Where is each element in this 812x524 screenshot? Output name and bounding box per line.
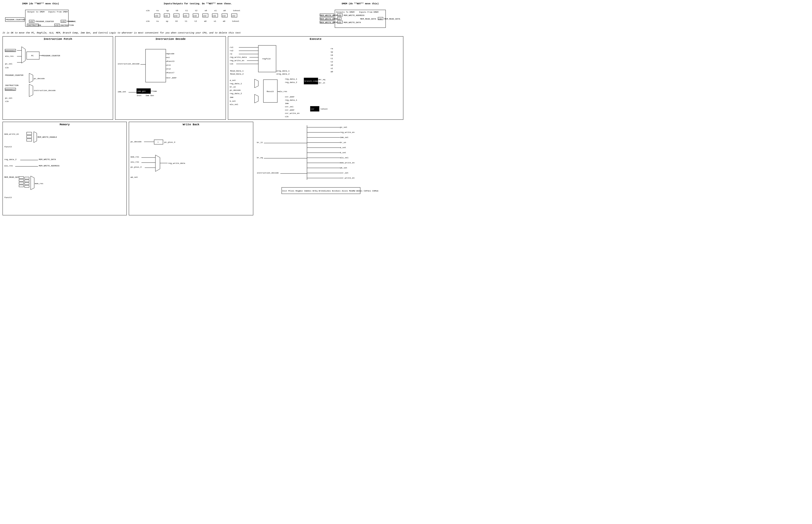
svg-text:alu_sel: alu_sel <box>340 157 349 159</box>
svg-text:MEM_READ_DATA: MEM_READ_DATA <box>360 18 376 20</box>
svg-text:Inst  PCsel  RegWin  ImmSel  B: Inst PCsel RegWin ImmSel BrEq BrUnAluSel… <box>282 190 378 192</box>
svg-text:reg_data_2: reg_data_2 <box>277 73 289 75</box>
main-diagrams-row1: Instruction Fetch 00000004 alu_res PC pc… <box>2 36 403 120</box>
svg-text:pc_sel: pc_sel <box>5 97 13 99</box>
imem-output-label: Output to IMEM <box>28 11 44 13</box>
svg-text:s1: s1 <box>214 20 216 22</box>
svg-text:sp: sp <box>166 10 169 12</box>
svg-text:br_eq: br_eq <box>319 78 325 81</box>
svg-rect-189 <box>19 177 23 179</box>
svg-marker-197 <box>31 176 34 190</box>
svg-text:MEM_WRITE_DATA: MEM_WRITE_DATA <box>39 158 56 161</box>
svg-text:a0: a0 <box>223 10 226 12</box>
svg-text:imm_set: imm_set <box>118 91 126 93</box>
svg-text:pc_plus_4: pc_plus_4 <box>131 166 141 168</box>
imem-title: IMEM (do **NOT** move this) <box>5 2 76 5</box>
svg-text:pc_decode: pc_decode <box>34 77 45 80</box>
svg-text:b_set: b_set <box>340 151 346 154</box>
writeback-panel: Write Back pc_decode + pc_plus_4 mem_res… <box>129 122 253 215</box>
svg-text:x1: x1 <box>338 18 340 20</box>
svg-rect-92 <box>146 49 166 82</box>
svg-text:x32: x32 <box>338 14 341 16</box>
svg-text:reg_write_data: reg_write_data <box>230 56 247 58</box>
fetch-panel: Instruction Fetch 00000004 alu_res PC pc… <box>2 36 113 120</box>
svg-text:00000004: 00000004 <box>5 50 15 52</box>
svg-text:imm_gen: imm_gen <box>137 90 146 92</box>
imem-diagram: Output to IMEM Inputs from IMEM PROGRAM_… <box>5 6 76 29</box>
fetch-label: Instruction Fetch <box>4 37 112 40</box>
svg-text:clk: clk <box>5 100 9 102</box>
fetch-diagram: 00000004 alu_res PC pc_sel clk PROGRAM_C… <box>4 42 112 118</box>
svg-text:reg_data_1: reg_data_1 <box>285 78 297 80</box>
svg-text:br_un: br_un <box>230 86 236 88</box>
svg-text:mem_write_en: mem_write_en <box>4 133 19 135</box>
io-diagram: clk ra sp t0 t1 t2 s0 s1 a0 tohost x32 x… <box>145 6 251 29</box>
svg-text:reg_write_en: reg_write_en <box>340 131 355 133</box>
svg-text:x32: x32 <box>184 15 187 17</box>
control-panel: br_lt br_eq instruction_decode pc_set re… <box>255 122 403 215</box>
svg-text:mem_res: mem_res <box>35 182 43 185</box>
svg-text:br_lt: br_lt <box>257 141 263 144</box>
svg-text:t0: t0 <box>175 20 178 22</box>
svg-text:csr_addr: csr_addr <box>285 109 295 111</box>
dmem-diagram: Outputs To DMEM Inputs From DMEM MEM_WRI… <box>320 6 401 29</box>
svg-rect-190 <box>19 179 23 181</box>
svg-text:reg_data_2: reg_data_2 <box>4 158 16 161</box>
svg-text:PROGRAM_COUNTER: PROGRAM_COUNTER <box>42 54 60 57</box>
imem-input-label: Inputs from IMEM <box>48 11 68 13</box>
svg-text:pc_set: pc_set <box>340 126 347 128</box>
svg-text:t2: t2 <box>194 20 197 22</box>
svg-text:t1: t1 <box>185 10 188 12</box>
svg-text:clk: clk <box>5 66 9 69</box>
svg-text:funct7: funct7 <box>167 71 174 74</box>
svg-text:a0: a0 <box>223 20 225 22</box>
page: IMEM (do **NOT** move this) Output to IM… <box>0 0 406 218</box>
svg-text:opcode: opcode <box>167 52 174 55</box>
svg-text:a0: a0 <box>331 70 333 73</box>
svg-text:branch_comp: branch_comp <box>304 80 318 82</box>
svg-text:csr_write_en: csr_write_en <box>285 112 300 114</box>
decode-label: Instruction Decode <box>116 37 224 40</box>
svg-text:MEM_WRITE_DATA: MEM_WRITE_DATA <box>344 21 361 23</box>
control-diagram: br_lt br_eq instruction_decode pc_set re… <box>256 123 402 209</box>
svg-text:x32: x32 <box>222 15 226 17</box>
svg-text:reg_data_2: reg_data_2 <box>230 92 242 95</box>
svg-text:MEM_WRITE_ENABLE: MEM_WRITE_ENABLE <box>320 18 340 20</box>
svg-text:imm_set: imm_set <box>340 136 349 138</box>
svg-text:tohost: tohost <box>232 20 239 22</box>
svg-text:INSTRUCTION: INSTRUCTION <box>5 84 18 86</box>
svg-text:alu_sel: alu_sel <box>230 103 238 105</box>
svg-text:x32: x32 <box>193 15 197 17</box>
imem-section: IMEM (do **NOT** move this) Output to IM… <box>5 2 76 30</box>
svg-text:br_eq: br_eq <box>257 157 263 159</box>
svg-text:clk: clk <box>146 20 150 22</box>
dmem-title: DMEM (do **NOT** move this) <box>320 2 401 5</box>
svg-text:x32: x32 <box>155 15 158 17</box>
svg-text:MEM_WRITE_ADDRESS: MEM_WRITE_ADDRESS <box>39 165 60 167</box>
svg-text:csr_addr: csr_addr <box>285 96 295 98</box>
svg-text:instruction_decode: instruction_decode <box>257 172 279 174</box>
svg-text:reg_write_en: reg_write_en <box>230 59 244 62</box>
svg-text:00000012: 00000012 <box>5 88 15 91</box>
svg-text:x32: x32 <box>164 15 168 17</box>
svg-text:alu_res: alu_res <box>278 90 287 93</box>
svg-text:br_lt: br_lt <box>319 82 325 84</box>
svg-text:x32: x32 <box>213 15 216 17</box>
svg-text:mem_write_en: mem_write_en <box>340 162 355 164</box>
svg-marker-208 <box>155 155 160 171</box>
svg-text:tohost: tohost <box>233 10 240 12</box>
svg-text:instruction_decode: instruction_decode <box>34 89 56 92</box>
svg-text:sp: sp <box>331 51 333 53</box>
writeback-label: Write Back <box>130 123 252 126</box>
svg-text:funct3: funct3 <box>4 146 12 148</box>
svg-marker-144 <box>255 94 258 103</box>
svg-text:Inputs From DMEM: Inputs From DMEM <box>359 11 378 13</box>
svg-text:x32: x32 <box>203 15 207 17</box>
svg-text:ra: ra <box>156 20 159 22</box>
svg-text:t1: t1 <box>185 20 187 22</box>
svg-marker-179 <box>34 132 37 143</box>
svg-text:+: + <box>157 141 159 143</box>
svg-rect-191 <box>19 182 23 184</box>
svg-text:csr_sel: csr_sel <box>285 105 293 108</box>
svg-text:PROGRAM_COUNTER: PROGRAM_COUNTER <box>5 74 23 76</box>
